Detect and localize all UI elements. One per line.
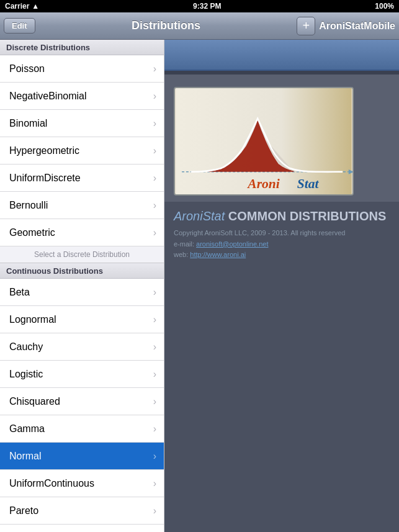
graph-area: Aroni Stat [164,74,399,202]
cauchy-chevron: › [153,341,156,353]
sidebar-item-binomial[interactable]: Binomial › [0,110,164,137]
sidebar-item-chisquared[interactable]: Chisquared › [0,388,164,415]
sidebar-item-uniformdiscrete[interactable]: UniformDiscrete › [0,165,164,192]
app-title: AroniStatMobile [319,20,395,32]
sidebar-item-f[interactable]: F › [0,525,164,532]
sidebar-item-hypergeometric[interactable]: Hypergeometric › [0,137,164,165]
svg-text:Aroni: Aroni [246,176,279,191]
uniformcontinuous-label: UniformContinuous [9,478,94,489]
discrete-section-header: Discrete Distributions [0,40,164,55]
logistic-chevron: › [153,369,156,380]
web-value[interactable]: http://www.aroni.ai [190,251,246,258]
sidebar-item-gamma[interactable]: Gamma › [0,415,164,443]
normal-chevron: › [153,451,156,462]
cauchy-label: Cauchy [9,341,43,353]
logistic-label: Logistic [9,369,43,380]
right-bottom-info: AroniStat COMMON DISTRIBUTIONS Copyright… [164,202,399,532]
sidebar-item-logistic[interactable]: Logistic › [0,361,164,388]
common-distributions-text: COMMON DISTRIBUTIONS [228,209,386,223]
negativebinomial-chevron: › [153,91,156,102]
bernoulli-label: Bernoulli [9,200,48,211]
discrete-footer: Select a Discrete Distribution [0,246,164,263]
poisson-chevron: › [153,63,156,74]
uniformdiscrete-label: UniformDiscrete [9,173,81,184]
sidebar-item-normal[interactable]: Normal › [0,443,164,470]
pareto-chevron: › [153,505,156,516]
carrier-label: Carrier [5,2,29,11]
add-button[interactable]: + [297,17,315,35]
bernoulli-chevron: › [153,200,156,211]
main-layout: Discrete Distributions Poisson › Negativ… [0,40,399,532]
geometric-label: Geometric [9,227,55,238]
status-left: Carrier ▲ [5,2,39,11]
sidebar-item-bernoulli[interactable]: Bernoulli › [0,192,164,219]
edit-button[interactable]: Edit [4,18,35,34]
status-time: 9:32 PM [193,2,221,11]
lognormal-chevron: › [153,314,156,325]
aronistat-italic-label: AroniStat [174,209,228,223]
continuous-section-header: Continuous Distributions [0,263,164,279]
common-distributions-title: AroniStat COMMON DISTRIBUTIONS [174,208,390,224]
hypergeometric-label: Hypergeometric [9,145,79,156]
binomial-chevron: › [153,118,156,129]
right-top-bar [164,40,399,71]
pareto-label: Pareto [9,505,38,516]
gamma-label: Gamma [9,423,45,435]
geometric-chevron: › [153,227,156,238]
poisson-label: Poisson [9,63,45,74]
beta-label: Beta [9,287,30,298]
chisquared-label: Chisquared [9,396,60,407]
wifi-icon: ▲ [32,2,39,11]
binomial-label: Binomial [9,118,47,129]
sidebar-item-beta[interactable]: Beta › [0,279,164,306]
sidebar-item-uniformcontinuous[interactable]: UniformContinuous › [0,470,164,497]
normal-label: Normal [9,451,42,462]
negativebinomial-label: NegativeBinomial [9,91,87,102]
graph-container: Aroni Stat [174,87,354,196]
beta-chevron: › [153,287,156,298]
nav-title: Distributions [132,19,200,32]
navigation-bar: Edit Distributions + AroniStatMobile [0,12,399,40]
hypergeometric-chevron: › [153,145,156,156]
uniformdiscrete-chevron: › [153,173,156,184]
sidebar-item-lognormal[interactable]: Lognormal › [0,306,164,333]
sidebar-item-poisson[interactable]: Poisson › [0,55,164,83]
copyright-info: Copyright AroniSoft LLC, 2009 - 2013. Al… [174,228,390,261]
sidebar-item-cauchy[interactable]: Cauchy › [0,333,164,361]
copyright-line: Copyright AroniSoft LLC, 2009 - 2013. Al… [174,228,390,239]
sidebar-item-geometric[interactable]: Geometric › [0,219,164,246]
right-panel: Aroni Stat AroniStat COMMON DISTRIBUTION… [164,40,399,532]
sidebar: Discrete Distributions Poisson › Negativ… [0,40,164,532]
status-bar: Carrier ▲ 9:32 PM 100% [0,0,399,12]
sidebar-item-negativebinomial[interactable]: NegativeBinomial › [0,83,164,110]
gamma-chevron: › [153,423,156,435]
email-label: e-mail: [174,240,194,248]
lognormal-label: Lognormal [9,314,56,325]
uniformcontinuous-chevron: › [153,478,156,489]
web-line: web: http://www.aroni.ai [174,250,390,261]
web-label: web: [174,251,188,258]
email-line: e-mail: aronisoft@optonline.net [174,239,390,250]
bell-curve-svg: Aroni Stat [175,88,352,194]
sidebar-item-pareto[interactable]: Pareto › [0,497,164,525]
status-battery: 100% [375,2,394,11]
email-value[interactable]: aronisoft@optonline.net [196,240,268,248]
chisquared-chevron: › [153,396,156,407]
svg-text:Stat: Stat [297,176,320,191]
